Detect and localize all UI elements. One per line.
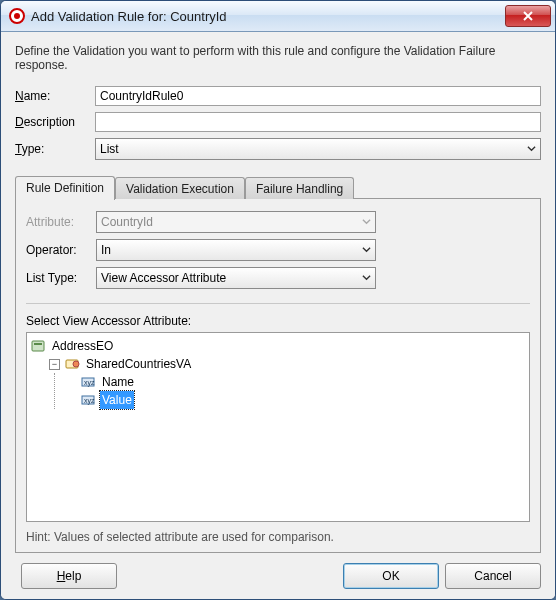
svg-text:xyz: xyz [84, 379, 95, 387]
tab-failure-handling[interactable]: Failure Handling [245, 177, 354, 199]
footer: Help OK Cancel [15, 553, 541, 589]
list-type-select-value: View Accessor Attribute [101, 271, 371, 285]
type-label: Type: [15, 142, 95, 156]
operator-label: Operator: [26, 243, 96, 257]
close-button[interactable] [505, 5, 551, 27]
row-attribute: Attribute: CountryId [26, 211, 530, 233]
tree-label-selected: Value [100, 391, 134, 409]
attribute-select-value: CountryId [101, 215, 371, 229]
view-accessor-icon [65, 357, 81, 371]
entity-icon [31, 339, 47, 353]
tabs: Rule Definition Validation Execution Fai… [15, 176, 541, 553]
intro-text: Define the Validation you want to perfor… [15, 44, 541, 72]
tabpanel-rule-definition: Attribute: CountryId Operator: In [15, 198, 541, 553]
chevron-down-icon [362, 271, 371, 285]
tree-node-root[interactable]: AddressEO − [31, 337, 527, 409]
tab-validation-execution[interactable]: Validation Execution [115, 177, 245, 199]
divider [26, 303, 530, 304]
svg-point-5 [73, 361, 79, 367]
attribute-label: Attribute: [26, 215, 96, 229]
dialog-body: Define the Validation you want to perfor… [1, 32, 555, 599]
row-type: Type: List [15, 138, 541, 160]
name-input[interactable] [95, 86, 541, 106]
tree-node-child[interactable]: − SharedCountriesVA [49, 355, 527, 409]
tree: AddressEO − [29, 337, 527, 409]
svg-rect-3 [34, 343, 42, 345]
tree-box[interactable]: AddressEO − [26, 332, 530, 522]
row-description: Description [15, 112, 541, 132]
tab-rule-definition[interactable]: Rule Definition [15, 176, 115, 200]
tree-label: SharedCountriesVA [84, 355, 193, 373]
list-type-select[interactable]: View Accessor Attribute [96, 267, 376, 289]
ok-button[interactable]: OK [343, 563, 439, 589]
name-label: Name: [15, 89, 95, 103]
attribute-icon: xyz [81, 375, 97, 389]
cancel-button[interactable]: Cancel [445, 563, 541, 589]
list-type-label: List Type: [26, 271, 96, 285]
app-icon [9, 8, 25, 24]
titlebar: Add Validation Rule for: CountryId [1, 1, 555, 32]
tree-leaf[interactable]: xyz Name [67, 373, 527, 391]
attribute-select: CountryId [96, 211, 376, 233]
dialog-window: Add Validation Rule for: CountryId Defin… [0, 0, 556, 600]
section-label: Select View Accessor Attribute: [26, 314, 530, 328]
chevron-down-icon [362, 215, 371, 229]
svg-point-1 [14, 13, 20, 19]
tree-leaf[interactable]: xyz Value [67, 391, 527, 409]
row-name: Name: [15, 86, 541, 106]
tree-label: AddressEO [50, 337, 115, 355]
operator-select-value: In [101, 243, 371, 257]
tabstrip: Rule Definition Validation Execution Fai… [15, 176, 541, 198]
tree-label: Name [100, 373, 136, 391]
type-select-value: List [100, 142, 536, 156]
window-title: Add Validation Rule for: CountryId [31, 9, 505, 24]
help-button[interactable]: Help [21, 563, 117, 589]
svg-text:xyz: xyz [84, 397, 95, 405]
svg-rect-2 [32, 341, 44, 351]
expander-icon[interactable]: − [49, 359, 60, 370]
description-label: Description [15, 115, 95, 129]
row-list-type: List Type: View Accessor Attribute [26, 267, 530, 289]
row-operator: Operator: In [26, 239, 530, 261]
operator-select[interactable]: In [96, 239, 376, 261]
chevron-down-icon [362, 243, 371, 257]
hint-text: Hint: Values of selected attribute are u… [26, 530, 530, 544]
close-icon [523, 11, 533, 21]
type-select[interactable]: List [95, 138, 541, 160]
description-input[interactable] [95, 112, 541, 132]
chevron-down-icon [527, 142, 536, 156]
attribute-icon: xyz [81, 393, 97, 407]
